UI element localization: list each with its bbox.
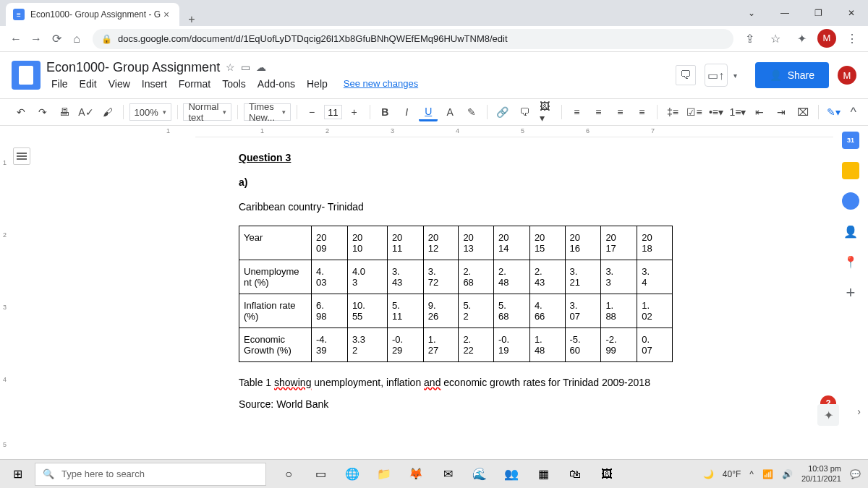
checklist-button[interactable]: ☑≡	[685, 103, 704, 121]
line-spacing-button[interactable]: ‡≡	[663, 103, 682, 121]
menu-tools[interactable]: Tools	[217, 77, 251, 91]
explore-button[interactable]: ✦	[817, 404, 839, 426]
close-window-icon[interactable]: ✕	[835, 0, 868, 26]
image-button[interactable]: 🖼▾	[537, 103, 556, 121]
maps-icon[interactable]: 📍	[842, 253, 859, 270]
temperature[interactable]: 40°F	[723, 469, 741, 479]
menu-insert[interactable]: Insert	[137, 77, 172, 91]
number-list-button[interactable]: 1≡▾	[728, 103, 747, 121]
align-right-button[interactable]: ≡	[610, 103, 629, 121]
account-avatar[interactable]: M	[838, 66, 856, 85]
editing-mode-button[interactable]: ✎▾	[825, 103, 843, 121]
cortana-icon[interactable]: ○	[273, 460, 304, 489]
windows-taskbar: ⊞ 🔍 Type here to search ○ ▭ 🌐 📁 🦊 ✉ 🌊 👥 …	[0, 459, 868, 488]
edge-app-icon[interactable]: 🌊	[464, 460, 495, 489]
menu-edit[interactable]: Edit	[75, 77, 102, 91]
font-size-input[interactable]: 11	[324, 105, 341, 119]
subheading-a: a)	[239, 176, 673, 188]
weather-icon[interactable]: 🌙	[703, 469, 714, 479]
undo-button[interactable]: ↶	[12, 103, 30, 121]
print-button[interactable]: 🖶	[55, 103, 74, 121]
present-button[interactable]: ▭↑	[705, 64, 728, 87]
menu-format[interactable]: Format	[174, 77, 216, 91]
see-new-changes-link[interactable]: See new changes	[339, 77, 423, 91]
spellcheck-button[interactable]: A✓	[77, 103, 95, 121]
sound-icon[interactable]: 🔊	[782, 469, 793, 479]
wifi-icon[interactable]: 📶	[762, 469, 773, 479]
paint-format-button[interactable]: 🖌	[98, 103, 117, 121]
minimize-icon[interactable]: —	[768, 0, 801, 26]
home-button[interactable]: ⌂	[67, 29, 87, 49]
forward-button[interactable]: →	[26, 29, 46, 49]
add-addon-icon[interactable]: +	[846, 283, 856, 302]
start-button[interactable]: ⊞	[0, 460, 35, 489]
menu-addons[interactable]: Add-ons	[252, 77, 300, 91]
link-button[interactable]: 🔗	[493, 103, 512, 121]
docs-logo[interactable]	[12, 61, 41, 90]
font-select[interactable]: Times New...	[244, 103, 291, 121]
new-tab-button[interactable]: +	[179, 13, 203, 26]
collapse-toolbar-icon[interactable]: ^	[851, 105, 856, 120]
share-button[interactable]: 👤 Share	[755, 62, 829, 88]
keep-icon[interactable]	[842, 162, 859, 179]
star-doc-icon[interactable]: ☆	[226, 61, 235, 73]
outdent-button[interactable]: ⇤	[750, 103, 769, 121]
profile-avatar[interactable]: M	[817, 29, 836, 48]
menu-file[interactable]: File	[46, 77, 73, 91]
hide-panel-icon[interactable]: ›	[857, 406, 861, 417]
explorer-app-icon[interactable]: 📁	[369, 460, 399, 489]
indent-button[interactable]: ⇥	[772, 103, 791, 121]
zoom-select[interactable]: 100%	[129, 103, 171, 121]
cloud-icon[interactable]: ☁	[256, 61, 266, 73]
align-left-button[interactable]: ≡	[567, 103, 586, 121]
menu-icon[interactable]: ⋮	[842, 29, 862, 49]
teams-app-icon[interactable]: 👥	[496, 460, 527, 489]
align-justify-button[interactable]: ≡	[632, 103, 651, 121]
extension-icon[interactable]: ✦	[791, 29, 812, 49]
firefox-app-icon[interactable]: 🦊	[401, 460, 431, 489]
close-tab-icon[interactable]: ×	[161, 9, 172, 20]
document-page[interactable]: Question 3 a) Caribbean country- Trinida…	[195, 137, 716, 432]
comment-history-icon[interactable]: 🗨	[676, 65, 696, 85]
menu-help[interactable]: Help	[302, 77, 333, 91]
mail-app-icon[interactable]: ✉	[433, 460, 463, 489]
tray-chevron-icon[interactable]: ^	[749, 469, 754, 479]
clear-format-button[interactable]: ⌧	[793, 103, 812, 121]
text-color-button[interactable]: A	[441, 103, 459, 121]
bullet-list-button[interactable]: •≡▾	[707, 103, 726, 121]
menu-view[interactable]: View	[103, 77, 135, 91]
back-button[interactable]: ←	[6, 29, 26, 49]
document-title[interactable]: Econ1000- Group Assignment	[46, 60, 220, 75]
calendar-icon[interactable]: 31	[842, 132, 859, 149]
share-url-icon[interactable]: ⇪	[739, 29, 760, 49]
outline-icon[interactable]	[13, 147, 30, 165]
star-icon[interactable]: ☆	[765, 29, 786, 49]
browser-tab[interactable]: ≡ Econ1000- Group Assignment - G ×	[6, 3, 179, 26]
italic-button[interactable]: I	[397, 103, 416, 121]
decrease-font-button[interactable]: −	[302, 103, 321, 121]
underline-button[interactable]: U	[419, 103, 438, 121]
notification-icon[interactable]: 💬	[850, 469, 861, 479]
taskbar-search[interactable]: 🔍 Type here to search	[35, 463, 266, 486]
maximize-icon[interactable]: ❐	[801, 0, 835, 26]
table-row: Year200920102011201220132014201520162017…	[239, 226, 673, 260]
arrow-down-icon[interactable]: ⌄	[735, 0, 768, 26]
contacts-icon[interactable]: 👤	[842, 223, 859, 240]
comment-button[interactable]: 🗨	[515, 103, 534, 121]
style-select[interactable]: Normal text	[183, 103, 231, 121]
redo-button[interactable]: ↷	[33, 103, 52, 121]
bold-button[interactable]: B	[375, 103, 394, 121]
address-bar[interactable]: 🔒 docs.google.com/document/d/1EqUofLyDTD…	[93, 29, 733, 49]
increase-font-button[interactable]: +	[345, 103, 364, 121]
reload-button[interactable]: ⟳	[46, 29, 67, 49]
store-app-icon[interactable]: 🛍	[560, 460, 590, 489]
highlight-button[interactable]: ✎	[462, 103, 481, 121]
tasks-icon[interactable]	[842, 192, 859, 210]
chrome-app-icon[interactable]: 🌐	[337, 460, 367, 489]
app-icon[interactable]: ▦	[528, 460, 558, 489]
clock[interactable]: 10:03 pm 20/11/2021	[801, 464, 841, 483]
task-view-icon[interactable]: ▭	[305, 460, 336, 489]
align-center-button[interactable]: ≡	[589, 103, 608, 121]
photos-app-icon[interactable]: 🖼	[592, 460, 622, 489]
move-icon[interactable]: ▭	[241, 61, 250, 73]
